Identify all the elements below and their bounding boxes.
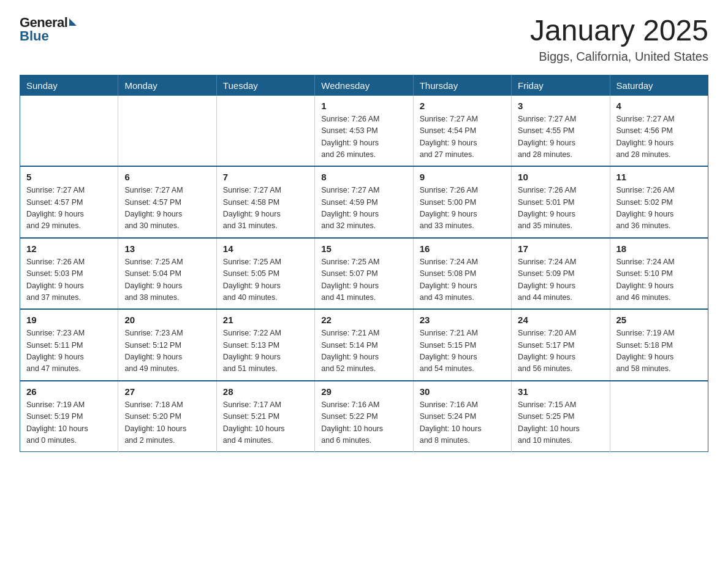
day-info: Sunrise: 7:25 AM Sunset: 5:07 PM Dayligh… bbox=[321, 256, 406, 304]
calendar-week-row: 26Sunrise: 7:19 AM Sunset: 5:19 PM Dayli… bbox=[20, 381, 708, 452]
day-info: Sunrise: 7:21 AM Sunset: 5:14 PM Dayligh… bbox=[321, 327, 406, 375]
day-info: Sunrise: 7:22 AM Sunset: 5:13 PM Dayligh… bbox=[223, 327, 308, 375]
logo: General Blue bbox=[20, 15, 77, 44]
calendar-week-row: 1Sunrise: 7:26 AM Sunset: 4:53 PM Daylig… bbox=[20, 96, 708, 167]
day-info: Sunrise: 7:20 AM Sunset: 5:17 PM Dayligh… bbox=[518, 327, 603, 375]
day-number: 2 bbox=[420, 101, 505, 111]
calendar-day-25: 25Sunrise: 7:19 AM Sunset: 5:18 PM Dayli… bbox=[610, 309, 708, 381]
logo-triangle-icon bbox=[69, 18, 77, 26]
calendar-day-15: 15Sunrise: 7:25 AM Sunset: 5:07 PM Dayli… bbox=[315, 238, 413, 310]
calendar-empty-cell bbox=[20, 96, 118, 167]
calendar-day-21: 21Sunrise: 7:22 AM Sunset: 5:13 PM Dayli… bbox=[216, 309, 314, 381]
calendar-day-11: 11Sunrise: 7:26 AM Sunset: 5:02 PM Dayli… bbox=[610, 166, 708, 238]
logo-blue-text: Blue bbox=[20, 28, 49, 44]
day-info: Sunrise: 7:19 AM Sunset: 5:18 PM Dayligh… bbox=[616, 327, 702, 375]
day-number: 24 bbox=[518, 315, 603, 325]
day-number: 9 bbox=[420, 172, 505, 182]
day-info: Sunrise: 7:27 AM Sunset: 4:55 PM Dayligh… bbox=[518, 113, 603, 161]
col-header-friday: Friday bbox=[512, 75, 610, 96]
day-info: Sunrise: 7:26 AM Sunset: 5:02 PM Dayligh… bbox=[616, 185, 702, 232]
day-info: Sunrise: 7:27 AM Sunset: 4:59 PM Dayligh… bbox=[321, 185, 406, 232]
col-header-monday: Monday bbox=[118, 75, 216, 96]
day-number: 10 bbox=[518, 172, 603, 182]
calendar-day-7: 7Sunrise: 7:27 AM Sunset: 4:58 PM Daylig… bbox=[216, 166, 314, 238]
calendar-day-18: 18Sunrise: 7:24 AM Sunset: 5:10 PM Dayli… bbox=[610, 238, 708, 310]
calendar-empty-cell bbox=[610, 381, 708, 452]
calendar-title: January 2025 bbox=[530, 15, 708, 47]
day-number: 20 bbox=[124, 315, 210, 325]
day-number: 25 bbox=[616, 315, 702, 325]
day-info: Sunrise: 7:26 AM Sunset: 5:01 PM Dayligh… bbox=[518, 185, 603, 232]
day-info: Sunrise: 7:16 AM Sunset: 5:22 PM Dayligh… bbox=[321, 399, 406, 447]
day-number: 26 bbox=[26, 386, 112, 397]
day-info: Sunrise: 7:27 AM Sunset: 4:54 PM Dayligh… bbox=[420, 113, 505, 161]
calendar-day-30: 30Sunrise: 7:16 AM Sunset: 5:24 PM Dayli… bbox=[413, 381, 511, 452]
calendar-day-1: 1Sunrise: 7:26 AM Sunset: 4:53 PM Daylig… bbox=[315, 96, 413, 167]
calendar-table: SundayMondayTuesdayWednesdayThursdayFrid… bbox=[20, 75, 708, 453]
day-number: 7 bbox=[223, 172, 308, 182]
calendar-day-27: 27Sunrise: 7:18 AM Sunset: 5:20 PM Dayli… bbox=[118, 381, 216, 452]
day-info: Sunrise: 7:16 AM Sunset: 5:24 PM Dayligh… bbox=[420, 399, 505, 447]
col-header-wednesday: Wednesday bbox=[315, 75, 413, 96]
page-header: General Blue January 2025 Biggs, Califor… bbox=[20, 15, 708, 64]
day-number: 12 bbox=[26, 243, 112, 254]
day-number: 30 bbox=[420, 386, 505, 397]
calendar-day-24: 24Sunrise: 7:20 AM Sunset: 5:17 PM Dayli… bbox=[512, 309, 610, 381]
day-number: 11 bbox=[616, 172, 702, 182]
calendar-day-28: 28Sunrise: 7:17 AM Sunset: 5:21 PM Dayli… bbox=[216, 381, 314, 452]
calendar-header-row: SundayMondayTuesdayWednesdayThursdayFrid… bbox=[20, 75, 708, 96]
calendar-day-22: 22Sunrise: 7:21 AM Sunset: 5:14 PM Dayli… bbox=[315, 309, 413, 381]
col-header-saturday: Saturday bbox=[610, 75, 708, 96]
calendar-day-19: 19Sunrise: 7:23 AM Sunset: 5:11 PM Dayli… bbox=[20, 309, 118, 381]
day-number: 19 bbox=[26, 315, 112, 325]
day-number: 4 bbox=[616, 101, 702, 111]
day-info: Sunrise: 7:24 AM Sunset: 5:10 PM Dayligh… bbox=[616, 256, 702, 304]
day-info: Sunrise: 7:25 AM Sunset: 5:04 PM Dayligh… bbox=[124, 256, 210, 304]
calendar-day-31: 31Sunrise: 7:15 AM Sunset: 5:25 PM Dayli… bbox=[512, 381, 610, 452]
calendar-week-row: 5Sunrise: 7:27 AM Sunset: 4:57 PM Daylig… bbox=[20, 166, 708, 238]
col-header-thursday: Thursday bbox=[413, 75, 511, 96]
calendar-day-13: 13Sunrise: 7:25 AM Sunset: 5:04 PM Dayli… bbox=[118, 238, 216, 310]
calendar-day-26: 26Sunrise: 7:19 AM Sunset: 5:19 PM Dayli… bbox=[20, 381, 118, 452]
day-number: 8 bbox=[321, 172, 406, 182]
day-number: 27 bbox=[124, 386, 210, 397]
day-number: 6 bbox=[124, 172, 210, 182]
day-number: 21 bbox=[223, 315, 308, 325]
col-header-sunday: Sunday bbox=[20, 75, 118, 96]
day-number: 14 bbox=[223, 243, 308, 254]
calendar-day-5: 5Sunrise: 7:27 AM Sunset: 4:57 PM Daylig… bbox=[20, 166, 118, 238]
day-info: Sunrise: 7:21 AM Sunset: 5:15 PM Dayligh… bbox=[420, 327, 505, 375]
calendar-day-2: 2Sunrise: 7:27 AM Sunset: 4:54 PM Daylig… bbox=[413, 96, 511, 167]
calendar-day-17: 17Sunrise: 7:24 AM Sunset: 5:09 PM Dayli… bbox=[512, 238, 610, 310]
day-number: 23 bbox=[420, 315, 505, 325]
day-info: Sunrise: 7:27 AM Sunset: 4:58 PM Dayligh… bbox=[223, 185, 308, 232]
calendar-empty-cell bbox=[118, 96, 216, 167]
day-info: Sunrise: 7:27 AM Sunset: 4:57 PM Dayligh… bbox=[124, 185, 210, 232]
day-info: Sunrise: 7:27 AM Sunset: 4:56 PM Dayligh… bbox=[616, 113, 702, 161]
calendar-day-12: 12Sunrise: 7:26 AM Sunset: 5:03 PM Dayli… bbox=[20, 238, 118, 310]
day-info: Sunrise: 7:18 AM Sunset: 5:20 PM Dayligh… bbox=[124, 399, 210, 447]
day-info: Sunrise: 7:26 AM Sunset: 5:03 PM Dayligh… bbox=[26, 256, 112, 304]
calendar-day-6: 6Sunrise: 7:27 AM Sunset: 4:57 PM Daylig… bbox=[118, 166, 216, 238]
day-info: Sunrise: 7:23 AM Sunset: 5:11 PM Dayligh… bbox=[26, 327, 112, 375]
day-number: 28 bbox=[223, 386, 308, 397]
calendar-day-20: 20Sunrise: 7:23 AM Sunset: 5:12 PM Dayli… bbox=[118, 309, 216, 381]
day-info: Sunrise: 7:24 AM Sunset: 5:09 PM Dayligh… bbox=[518, 256, 603, 304]
day-info: Sunrise: 7:24 AM Sunset: 5:08 PM Dayligh… bbox=[420, 256, 505, 304]
day-number: 1 bbox=[321, 101, 406, 111]
calendar-day-3: 3Sunrise: 7:27 AM Sunset: 4:55 PM Daylig… bbox=[512, 96, 610, 167]
calendar-week-row: 19Sunrise: 7:23 AM Sunset: 5:11 PM Dayli… bbox=[20, 309, 708, 381]
day-number: 15 bbox=[321, 243, 406, 254]
calendar-empty-cell bbox=[216, 96, 314, 167]
day-number: 31 bbox=[518, 386, 603, 397]
calendar-day-29: 29Sunrise: 7:16 AM Sunset: 5:22 PM Dayli… bbox=[315, 381, 413, 452]
calendar-day-9: 9Sunrise: 7:26 AM Sunset: 5:00 PM Daylig… bbox=[413, 166, 511, 238]
calendar-day-16: 16Sunrise: 7:24 AM Sunset: 5:08 PM Dayli… bbox=[413, 238, 511, 310]
day-info: Sunrise: 7:26 AM Sunset: 4:53 PM Dayligh… bbox=[321, 113, 406, 161]
day-info: Sunrise: 7:15 AM Sunset: 5:25 PM Dayligh… bbox=[518, 399, 603, 447]
calendar-day-10: 10Sunrise: 7:26 AM Sunset: 5:01 PM Dayli… bbox=[512, 166, 610, 238]
calendar-day-23: 23Sunrise: 7:21 AM Sunset: 5:15 PM Dayli… bbox=[413, 309, 511, 381]
day-info: Sunrise: 7:23 AM Sunset: 5:12 PM Dayligh… bbox=[124, 327, 210, 375]
title-block: January 2025 Biggs, California, United S… bbox=[530, 15, 708, 64]
day-info: Sunrise: 7:17 AM Sunset: 5:21 PM Dayligh… bbox=[223, 399, 308, 447]
